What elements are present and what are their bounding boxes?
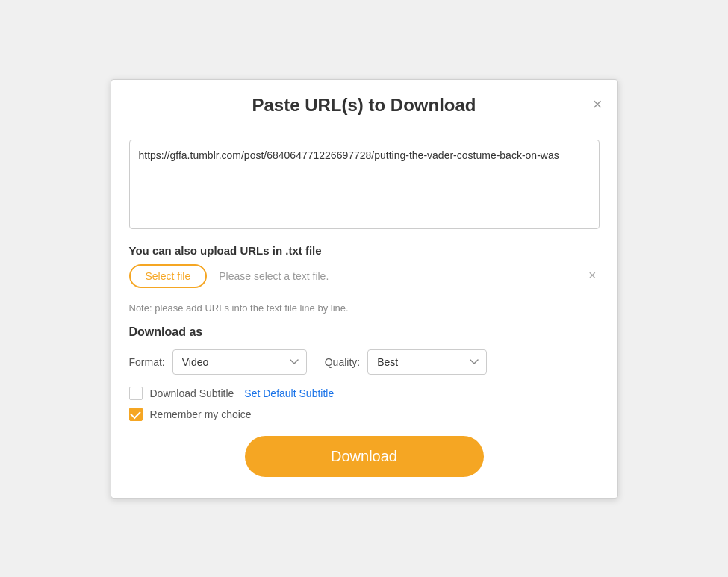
quality-label: Quality: [325, 356, 360, 368]
remember-row: Remember my choice [129, 408, 600, 421]
set-default-subtitle-link[interactable]: Set Default Subtitle [244, 387, 334, 399]
subtitle-checkbox[interactable] [129, 387, 143, 400]
format-quality-row: Format: Video Audio Image Quality: Best … [129, 349, 600, 375]
quality-select[interactable]: Best 1080p 720p 480p 360p [367, 349, 487, 375]
dialog-title: Paste URL(s) to Download [252, 95, 476, 116]
paste-url-dialog: Paste URL(s) to Download × You can also … [111, 79, 618, 499]
download-button[interactable]: Download [245, 436, 484, 477]
subtitle-label: Download Subtitle [150, 387, 234, 399]
file-row: Select file Please select a text file. × [129, 264, 600, 296]
remember-label: Remember my choice [150, 408, 252, 420]
file-clear-button[interactable]: × [585, 266, 600, 285]
upload-label: You can also upload URLs in .txt file [129, 244, 600, 257]
format-select[interactable]: Video Audio Image [172, 349, 307, 375]
download-as-label: Download as [129, 325, 600, 339]
dialog-header: Paste URL(s) to Download × [111, 80, 617, 128]
upload-note: Note: please add URLs into the text file… [129, 302, 600, 314]
file-placeholder: Please select a text file. [219, 270, 573, 282]
url-textarea[interactable] [129, 140, 600, 229]
format-group: Format: Video Audio Image [129, 349, 307, 375]
select-file-button[interactable]: Select file [129, 264, 208, 288]
remember-checkbox[interactable] [129, 408, 143, 421]
dialog-body: You can also upload URLs in .txt file Se… [111, 128, 617, 498]
close-button[interactable]: × [590, 93, 606, 116]
subtitle-row: Download Subtitle Set Default Subtitle [129, 387, 600, 400]
upload-section: You can also upload URLs in .txt file Se… [129, 244, 600, 314]
quality-group: Quality: Best 1080p 720p 480p 360p [325, 349, 487, 375]
format-label: Format: [129, 356, 165, 368]
